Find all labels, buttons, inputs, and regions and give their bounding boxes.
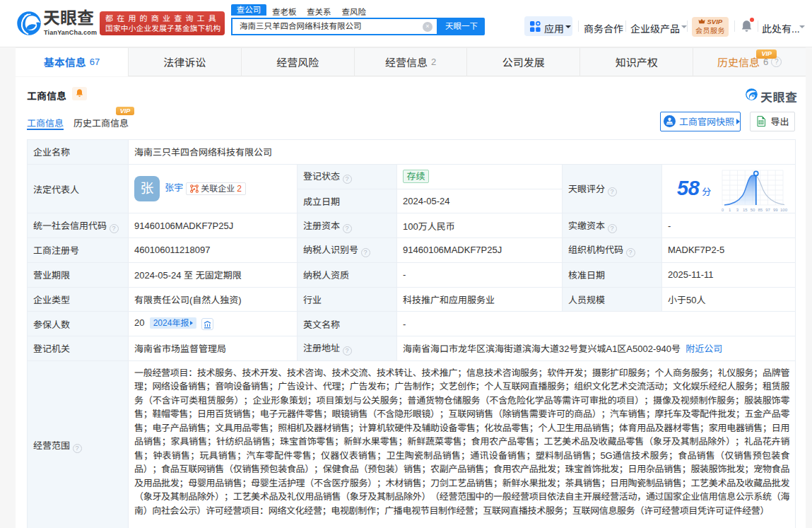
svg-text:0: 0 xyxy=(722,208,724,212)
svg-text:3: 3 xyxy=(736,208,739,212)
svg-text:50: 50 xyxy=(751,208,755,212)
svg-text:99: 99 xyxy=(773,208,778,212)
svg-text:15: 15 xyxy=(743,208,748,212)
svg-text:1: 1 xyxy=(729,208,731,212)
svg-text:100: 100 xyxy=(780,208,788,212)
svg-text:97: 97 xyxy=(765,208,770,212)
svg-text:85: 85 xyxy=(758,208,763,212)
